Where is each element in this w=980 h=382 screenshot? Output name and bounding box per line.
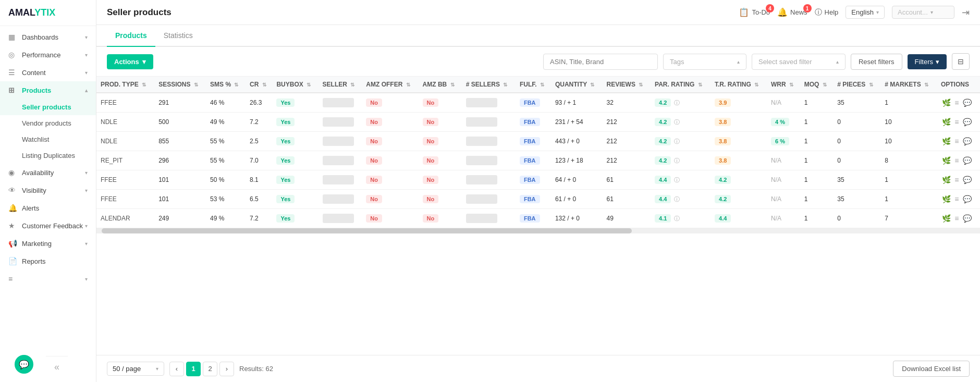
- list-icon[interactable]: ≡: [954, 156, 959, 165]
- col-amz-bb[interactable]: AMZ BB ⇅: [419, 77, 462, 93]
- table-body: FFEE 291 46 % 26.3 Yes No No FBA 93 / + …: [96, 93, 980, 228]
- col-buybox[interactable]: BUYBOX ⇅: [272, 77, 318, 93]
- col-quantity[interactable]: QUANTITY ⇅: [551, 77, 603, 93]
- chat-icon[interactable]: 💬: [963, 195, 972, 203]
- col-sms[interactable]: SMS % ⇅: [206, 77, 246, 93]
- page-1-button[interactable]: 1: [186, 362, 201, 376]
- per-page-select[interactable]: 50 / page ▾: [107, 362, 164, 376]
- sidebar-item-content[interactable]: ☰ Content ▾: [0, 64, 96, 81]
- info-icon[interactable]: ⓘ: [674, 100, 680, 106]
- chevron-down-icon: ▾: [85, 223, 88, 229]
- info-icon[interactable]: ⓘ: [674, 119, 680, 125]
- chat-icon[interactable]: 💬: [963, 214, 972, 223]
- search-input[interactable]: [543, 54, 658, 70]
- col-cr[interactable]: CR ⇅: [246, 77, 272, 93]
- sidebar-item-reports[interactable]: 📄 Reports: [0, 252, 96, 270]
- sidebar-item-watchlist[interactable]: Watchlist: [0, 131, 96, 147]
- list-icon[interactable]: ≡: [954, 214, 959, 223]
- list-icon[interactable]: ≡: [954, 176, 959, 184]
- download-excel-button[interactable]: Download Excel list: [893, 361, 970, 377]
- list-icon[interactable]: ≡: [954, 98, 959, 107]
- col-markets[interactable]: # MARKETS ⇅: [880, 77, 937, 93]
- chevron-down-icon: ▾: [936, 58, 939, 66]
- sidebar-item-vendor-products[interactable]: Vendor products: [0, 115, 96, 131]
- list-icon[interactable]: ≡: [954, 195, 959, 203]
- tree-icon[interactable]: 🌿: [942, 118, 951, 126]
- sidebar-item-alerts[interactable]: 🔔 Alerts: [0, 199, 96, 217]
- scrollbar-thumb[interactable]: [102, 228, 632, 233]
- actions-label: Actions: [114, 58, 139, 66]
- exit-button[interactable]: ⇥: [962, 7, 970, 18]
- chat-icon[interactable]: 💬: [963, 176, 972, 184]
- account-select[interactable]: Account... ▾: [892, 6, 954, 19]
- tags-select[interactable]: Tags ▴: [663, 54, 746, 70]
- col-fulf[interactable]: FULF. ⇅: [516, 77, 551, 93]
- tree-icon[interactable]: 🌿: [942, 156, 951, 165]
- info-icon[interactable]: ⓘ: [674, 215, 680, 221]
- next-page-button[interactable]: ›: [219, 362, 234, 376]
- chat-button[interactable]: 💬: [15, 355, 33, 374]
- language-select[interactable]: English ▾: [846, 6, 885, 19]
- prev-page-button[interactable]: ‹: [169, 362, 184, 376]
- table-row: FFEE 101 50 % 8.1 Yes No No FBA 64 / + 0…: [96, 170, 980, 190]
- info-icon[interactable]: ⓘ: [674, 157, 680, 164]
- horizontal-scrollbar[interactable]: [96, 228, 980, 233]
- list-icon[interactable]: ≡: [954, 137, 959, 145]
- list-icon[interactable]: ≡: [954, 118, 959, 126]
- col-wrr[interactable]: WRR ⇅: [767, 77, 800, 93]
- col-amz-offer[interactable]: AMZ OFFER ⇅: [362, 77, 418, 93]
- table-header-row: PROD. TYPE ⇅ SESSIONS ⇅ SMS % ⇅ CR ⇅ BUY…: [96, 77, 980, 93]
- tree-icon[interactable]: 🌿: [942, 195, 951, 203]
- reset-filters-button[interactable]: Reset filters: [851, 54, 902, 70]
- help-button[interactable]: ⓘ Help: [815, 8, 839, 17]
- chat-icon[interactable]: 💬: [963, 118, 972, 126]
- sidebar-item-listing-duplicates[interactable]: Listing Duplicates: [0, 147, 96, 164]
- todo-button[interactable]: 📋 4 To-Do: [739, 7, 770, 17]
- content-area: Products Statistics Actions ▾ Tags ▴ Sel…: [96, 25, 980, 382]
- col-par-rating[interactable]: PAR. RATING ⇅: [651, 77, 710, 93]
- cell-fulf: FBA: [516, 113, 551, 132]
- col-pieces[interactable]: # PIECES ⇅: [833, 77, 880, 93]
- chat-icon[interactable]: 💬: [963, 98, 972, 107]
- col-sellers[interactable]: # SELLERS ⇅: [462, 77, 516, 93]
- sidebar-item-label: Dashboards: [22, 33, 58, 41]
- sidebar-item-more[interactable]: ≡ ▾: [0, 270, 96, 288]
- sidebar-item-marketing[interactable]: 📢 Marketing ▾: [0, 235, 96, 252]
- col-prod-type[interactable]: PROD. TYPE ⇅: [96, 77, 154, 93]
- sidebar-item-availability[interactable]: ◉ Availability ▾: [0, 164, 96, 181]
- col-reviews[interactable]: REVIEWS ⇅: [603, 77, 651, 93]
- tree-icon[interactable]: 🌿: [942, 176, 951, 184]
- sidebar-item-seller-products[interactable]: Seller products: [0, 99, 96, 115]
- col-sessions[interactable]: SESSIONS ⇅: [154, 77, 206, 93]
- sidebar-item-visibility[interactable]: 👁 Visibility ▾: [0, 181, 96, 199]
- saved-filter-select[interactable]: Select saved filter ▴: [752, 54, 846, 70]
- cell-reviews: 61: [603, 170, 651, 190]
- info-icon[interactable]: ⓘ: [674, 138, 680, 144]
- info-icon[interactable]: ⓘ: [674, 196, 680, 202]
- tab-products[interactable]: Products: [107, 25, 155, 47]
- tree-icon[interactable]: 🌿: [942, 214, 951, 223]
- tree-icon[interactable]: 🌿: [942, 98, 951, 107]
- filters-button[interactable]: Filters ▾: [908, 54, 947, 69]
- col-moq[interactable]: MOQ ⇅: [800, 77, 834, 93]
- sidebar-item-customer-feedback[interactable]: ★ Customer Feedback ▾: [0, 217, 96, 235]
- columns-button[interactable]: ⊟: [952, 53, 970, 70]
- sidebar-item-dashboards[interactable]: ▦ Dashboards ▾: [0, 28, 96, 46]
- chat-icon[interactable]: 💬: [963, 137, 972, 145]
- tab-statistics[interactable]: Statistics: [155, 25, 201, 47]
- data-table-wrapper[interactable]: PROD. TYPE ⇅ SESSIONS ⇅ SMS % ⇅ CR ⇅ BUY…: [96, 77, 980, 355]
- info-icon[interactable]: ⓘ: [674, 177, 680, 183]
- actions-button[interactable]: Actions ▾: [107, 54, 153, 69]
- page-2-button[interactable]: 2: [203, 362, 217, 376]
- collapse-sidebar-button[interactable]: «: [46, 356, 68, 378]
- chat-icon[interactable]: 💬: [963, 156, 972, 165]
- news-button[interactable]: 🔔 1 News: [777, 7, 807, 17]
- sidebar-item-products[interactable]: ⊞ Products ▴: [0, 81, 96, 99]
- cell-seller: [318, 151, 362, 170]
- col-tr-rating[interactable]: T.R. RATING ⇅: [710, 77, 767, 93]
- tree-icon[interactable]: 🌿: [942, 137, 951, 145]
- download-label: Download Excel list: [902, 365, 961, 373]
- sidebar-item-label: Performance: [22, 51, 60, 59]
- sidebar-item-performance[interactable]: ◎ Performance ▾: [0, 46, 96, 64]
- col-seller[interactable]: SELLER ⇅: [318, 77, 362, 93]
